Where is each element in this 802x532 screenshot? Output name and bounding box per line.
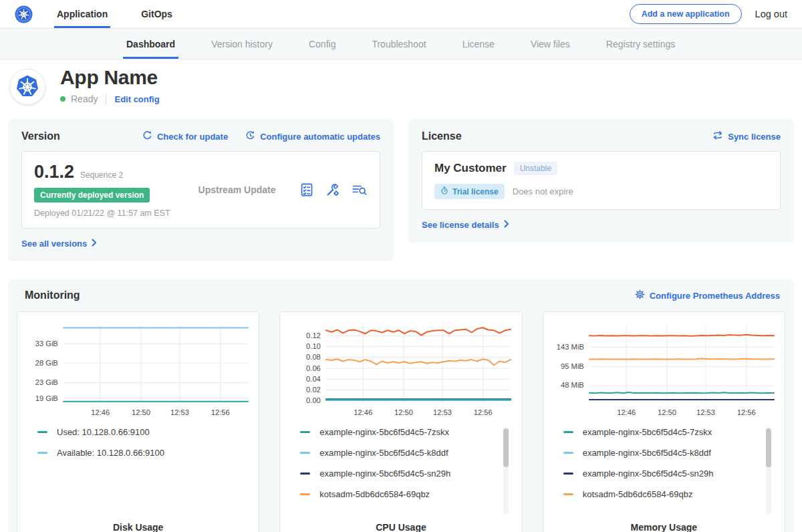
memory-usage-chart: 12:4612:5012:5312:56143 MiB95 MiB48 MiB bbox=[547, 319, 781, 420]
svg-text:12:46: 12:46 bbox=[354, 408, 373, 416]
preflight-checks-icon[interactable] bbox=[299, 182, 314, 197]
svg-text:12:50: 12:50 bbox=[394, 408, 413, 416]
svg-text:12:56: 12:56 bbox=[737, 408, 755, 416]
subnav-tab-license[interactable]: License bbox=[444, 29, 513, 59]
legend-label: kotsadm-5db6dc6584-69qbz bbox=[319, 489, 430, 499]
legend-item: example-nginx-5bc6f5d4c5-sn29h bbox=[563, 469, 761, 479]
svg-text:0.00: 0.00 bbox=[306, 396, 321, 404]
memory-usage-legend[interactable]: example-nginx-5bc6f5d4c5-7zskxexample-ng… bbox=[563, 427, 771, 519]
sync-license-link[interactable]: Sync license bbox=[712, 131, 781, 142]
see-all-versions-link[interactable]: See all versions bbox=[21, 239, 97, 249]
topnav-tabs: ApplicationGitOps bbox=[54, 0, 203, 28]
legend-label: example-nginx-5bc6f5d4c5-7zskx bbox=[583, 427, 712, 437]
legend-color-dash bbox=[563, 452, 573, 454]
chart-title: CPU Usage bbox=[284, 519, 517, 532]
legend-color-dash bbox=[300, 493, 310, 495]
legend-color-dash bbox=[300, 452, 310, 454]
svg-text:0.04: 0.04 bbox=[306, 375, 321, 383]
svg-text:0.10: 0.10 bbox=[306, 342, 321, 350]
legend-label: example-nginx-5bc6f5d4c5-sn29h bbox=[583, 469, 714, 479]
topnav-tab-gitops[interactable]: GitOps bbox=[138, 0, 175, 28]
license-details-box: My Customer Unstable Trial license Does … bbox=[422, 151, 781, 210]
svg-text:12:53: 12:53 bbox=[696, 408, 715, 416]
memory-usage-chart-card: 12:4612:5012:5312:56143 MiB95 MiB48 MiB … bbox=[543, 311, 785, 532]
svg-text:23 GiB: 23 GiB bbox=[35, 378, 58, 386]
disk-usage-legend: Used: 10.128.0.66:9100Available: 10.128.… bbox=[37, 427, 245, 519]
cpu-usage-chart: 12:4612:5012:5312:560.120.100.080.060.04… bbox=[284, 319, 517, 420]
version-number: 0.1.2 bbox=[34, 162, 74, 182]
subnav-tab-troubleshoot[interactable]: Troubleshoot bbox=[354, 29, 444, 59]
legend-item: Used: 10.128.0.66:9100 bbox=[37, 427, 235, 437]
cpu-usage-chart-card: 12:4612:5012:5312:560.120.100.080.060.04… bbox=[279, 311, 522, 532]
version-sequence: Sequence 2 bbox=[80, 170, 123, 180]
svg-text:12:56: 12:56 bbox=[211, 408, 230, 416]
configure-automatic-updates-link[interactable]: Configure automatic updates bbox=[245, 130, 380, 142]
configure-prometheus-link[interactable]: Configure Prometheus Address bbox=[635, 289, 780, 301]
legend-item: kotsadm-5db6dc6584-69qbz bbox=[300, 489, 497, 499]
logout-button[interactable]: Log out bbox=[755, 9, 787, 19]
stopwatch-icon bbox=[440, 186, 448, 196]
license-card: License Sync license My Customer Unstabl… bbox=[408, 120, 794, 243]
svg-text:95 MiB: 95 MiB bbox=[561, 362, 584, 370]
topnav-tab-application[interactable]: Application bbox=[54, 0, 110, 28]
legend-color-dash bbox=[563, 473, 573, 475]
version-source: Upstream Update bbox=[198, 184, 276, 195]
kubernetes-logo-icon bbox=[15, 0, 33, 28]
app-header: App Name Ready Edit config bbox=[0, 59, 802, 113]
deployed-timestamp: Deployed 01/21/22 @ 11:57 am EST bbox=[34, 209, 170, 218]
legend-color-dash bbox=[300, 431, 310, 433]
view-diff-icon[interactable] bbox=[352, 183, 368, 196]
legend-color-dash bbox=[300, 473, 310, 475]
subnav-tab-view-files[interactable]: View files bbox=[513, 29, 588, 59]
legend-item: example-nginx-5bc6f5d4c5-k8ddf bbox=[563, 448, 761, 458]
chart-title: Memory Usage bbox=[547, 519, 781, 532]
customer-name: My Customer bbox=[434, 162, 507, 175]
legend-color-dash bbox=[37, 452, 47, 454]
legend-item: example-nginx-5bc6f5d4c5-7zskx bbox=[300, 427, 497, 437]
legend-label: example-nginx-5bc6f5d4c5-7zskx bbox=[319, 427, 449, 437]
top-nav: ApplicationGitOps Add a new application … bbox=[0, 0, 802, 29]
app-name: App Name bbox=[60, 66, 160, 89]
legend-label: Used: 10.128.0.66:9100 bbox=[57, 427, 150, 437]
svg-text:0.06: 0.06 bbox=[306, 364, 321, 372]
add-application-button[interactable]: Add a new application bbox=[630, 4, 742, 24]
license-type-badge: Trial license bbox=[434, 184, 505, 199]
edit-config-link[interactable]: Edit config bbox=[114, 94, 159, 104]
legend-label: example-nginx-5bc6f5d4c5-k8ddf bbox=[319, 448, 448, 458]
chevron-right-icon bbox=[504, 220, 509, 230]
config-wrench-icon[interactable] bbox=[325, 182, 340, 197]
cpu-usage-legend[interactable]: example-nginx-5bc6f5d4c5-7zskxexample-ng… bbox=[300, 427, 508, 519]
monitoring-card: Monitoring Configure Prometheus Address … bbox=[8, 279, 794, 532]
subnav-tab-dashboard[interactable]: Dashboard bbox=[108, 29, 193, 59]
version-card-title: Version bbox=[21, 130, 60, 142]
svg-text:0.12: 0.12 bbox=[306, 331, 321, 340]
legend-label: example-nginx-5bc6f5d4c5-sn29h bbox=[319, 469, 450, 479]
license-expiry: Does not expire bbox=[513, 186, 573, 196]
legend-item: example-nginx-5bc6f5d4c5-k8ddf bbox=[300, 448, 497, 458]
deployed-badge: Currently deployed version bbox=[34, 188, 150, 203]
check-for-update-link[interactable]: Check for update bbox=[142, 130, 228, 142]
disk-usage-chart-card: 12:4612:5012:5312:5633 GiB28 GiB23 GiB19… bbox=[17, 311, 259, 532]
see-license-details-link[interactable]: See license details bbox=[422, 220, 509, 230]
divider bbox=[106, 94, 106, 104]
monitoring-title: Monitoring bbox=[25, 289, 80, 301]
legend-item: example-nginx-5bc6f5d4c5-sn29h bbox=[300, 469, 497, 479]
svg-text:33 GiB: 33 GiB bbox=[35, 340, 58, 348]
legend-item: example-nginx-5bc6f5d4c5-7zskx bbox=[563, 427, 761, 437]
channel-badge: Unstable bbox=[514, 162, 557, 175]
license-card-title: License bbox=[422, 130, 462, 142]
subnav-tab-registry-settings[interactable]: Registry settings bbox=[588, 29, 693, 59]
version-card: Version Check for update bbox=[8, 120, 394, 261]
legend-label: kotsadm-5db6dc6584-69qbz bbox=[583, 489, 693, 499]
svg-text:12:50: 12:50 bbox=[132, 408, 150, 416]
legend-color-dash bbox=[37, 431, 47, 433]
subnav-tab-version-history[interactable]: Version history bbox=[193, 29, 291, 59]
subnav-tab-config[interactable]: Config bbox=[291, 29, 354, 59]
legend-label: example-nginx-5bc6f5d4c5-k8ddf bbox=[583, 448, 711, 458]
legend-item: kotsadm-5db6dc6584-69qbz bbox=[563, 489, 761, 499]
svg-text:12:56: 12:56 bbox=[474, 408, 493, 416]
svg-text:12:46: 12:46 bbox=[617, 408, 636, 416]
legend-label: Available: 10.128.0.66:9100 bbox=[57, 448, 164, 458]
svg-text:19 GiB: 19 GiB bbox=[35, 394, 58, 402]
svg-text:28 GiB: 28 GiB bbox=[35, 359, 58, 367]
